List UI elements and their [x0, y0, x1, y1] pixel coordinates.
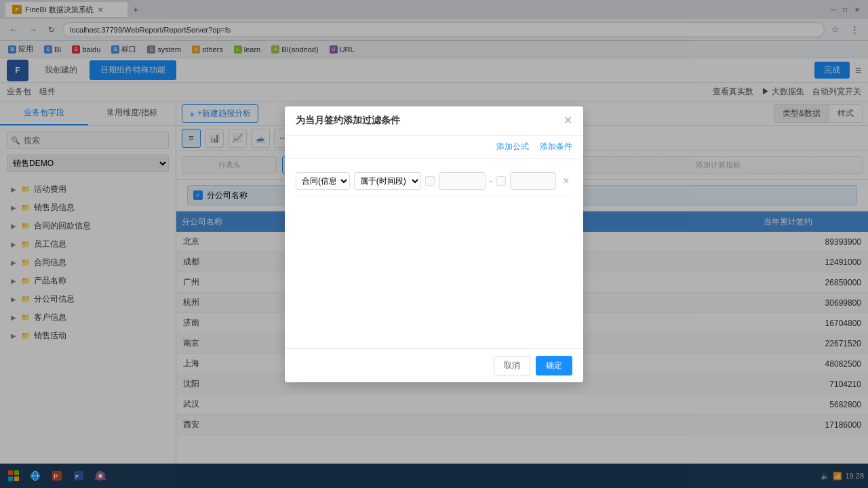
confirm-button[interactable]: 确定: [536, 356, 572, 375]
filter-field-select-wrap: 合同(信息...: [296, 172, 350, 190]
filter-dash: -: [490, 176, 492, 186]
filter-remove-icon[interactable]: ✕: [560, 175, 572, 187]
modal-close-btn[interactable]: ✕: [564, 115, 572, 126]
filter-op-select[interactable]: 属于(时间段): [354, 172, 422, 190]
modal-body: 合同(信息... 属于(时间段) - ✕: [285, 159, 583, 348]
cancel-button[interactable]: 取消: [494, 356, 530, 375]
modal-title: 为当月签约添加过滤条件: [296, 115, 400, 127]
filter-modal: 为当月签约添加过滤条件 ✕ 添加公式 添加条件 合同(信息... 属于(时间段): [285, 106, 583, 382]
filter-op-select-wrap: 属于(时间段): [354, 172, 422, 190]
filter-checkbox-2[interactable]: [496, 176, 506, 186]
filter-value-1[interactable]: [439, 172, 485, 190]
modal-footer: 取消 确定: [285, 348, 583, 382]
modal-overlay: 为当月签约添加过滤条件 ✕ 添加公式 添加条件 合同(信息... 属于(时间段): [0, 0, 868, 488]
modal-action-bar: 添加公式 添加条件: [285, 136, 583, 159]
modal-header: 为当月签约添加过滤条件 ✕: [285, 106, 583, 136]
add-condition-link[interactable]: 添加条件: [540, 141, 572, 152]
filter-field-select[interactable]: 合同(信息...: [296, 172, 350, 190]
filter-row: 合同(信息... 属于(时间段) - ✕: [296, 167, 572, 196]
add-formula-link[interactable]: 添加公式: [496, 141, 529, 152]
filter-checkbox-1[interactable]: [425, 176, 435, 186]
filter-value-2[interactable]: [510, 172, 556, 190]
